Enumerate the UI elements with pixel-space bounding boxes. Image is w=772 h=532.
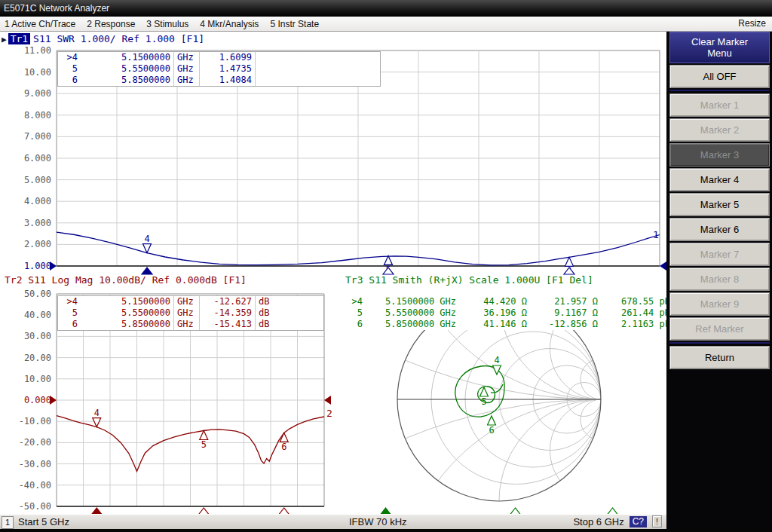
- marker-readout-row: >45.1500000GHz-12.627dB: [58, 296, 323, 307]
- warning-indicator[interactable]: !: [652, 515, 662, 527]
- trace1-header[interactable]: ▶Tr1S11 SWR 1.000/ Ref 1.000 [F1]: [2, 33, 204, 44]
- menu-item-5[interactable]: 5 Instr State: [270, 19, 319, 29]
- svg-text:-50.00: -50.00: [19, 501, 51, 512]
- trace1-marker-table: >45.1500000GHz1.609955.5500000GHz1.47356…: [57, 51, 381, 87]
- svg-text:40.00: 40.00: [24, 310, 51, 320]
- svg-text:11.00: 11.00: [24, 45, 51, 56]
- softkey-ref-marker: Ref Marker: [669, 317, 770, 341]
- softkey-separator: [669, 342, 770, 344]
- svg-text:6.000: 6.000: [24, 153, 51, 164]
- charts-canvas: 11.0010.009.0008.0007.0006.0005.0004.000…: [0, 32, 666, 514]
- softkey-marker-5[interactable]: Marker 5: [669, 193, 770, 216]
- calibration-badge: C?: [630, 516, 647, 527]
- channel-number: 1: [2, 516, 14, 529]
- svg-text:6: 6: [489, 425, 494, 436]
- softkey-marker-9: Marker 9: [669, 292, 770, 316]
- trace2-marker-table: >45.1500000GHz-12.627dB55.5500000GHz-14.…: [57, 295, 324, 331]
- svg-text:5: 5: [481, 396, 486, 407]
- softkey-marker-8: Marker 8: [669, 268, 770, 291]
- svg-text:10.00: 10.00: [24, 67, 51, 78]
- softkey-separator: [669, 90, 770, 91]
- svg-text:5.000: 5.000: [24, 175, 51, 185]
- softkey-all-off[interactable]: All OFF: [669, 65, 770, 88]
- svg-text:20.00: 20.00: [24, 353, 51, 363]
- menu-item-3[interactable]: 3 Stimulus: [146, 19, 188, 29]
- menu-bar: 1 Active Ch/Trace2 Response3 Stimulus4 M…: [0, 17, 772, 32]
- svg-text:5: 5: [201, 439, 207, 450]
- softkey-marker-4[interactable]: Marker 4: [669, 168, 770, 191]
- softkey-marker-6[interactable]: Marker 6: [669, 218, 770, 241]
- trace3-header[interactable]: Tr3 S11 Smith (R+jX) Scale 1.000U [F1 De…: [345, 274, 593, 286]
- softkey-marker-3[interactable]: Marker 3: [669, 143, 770, 167]
- ifbw-readout: IFBW 70 kHz: [349, 516, 407, 527]
- window-title: E5071C Network Analyzer: [0, 0, 772, 17]
- svg-text:1: 1: [653, 229, 659, 240]
- svg-text:4: 4: [94, 408, 100, 418]
- marker-readout-row: >45.1500000 GHz44.420 Ω21.957 Ω678.55 pH: [343, 296, 670, 307]
- active-trace-arrow-icon: ▶: [2, 35, 7, 44]
- svg-text:4: 4: [494, 355, 499, 365]
- menu-resize[interactable]: Resize: [738, 17, 766, 31]
- marker-readout-row: 65.8500000GHz1.4084: [58, 75, 380, 86]
- svg-text:6: 6: [281, 442, 286, 452]
- status-bar: 1 Start 5 GHz IFBW 70 kHz Stop 6 GHz C? …: [0, 514, 666, 529]
- svg-text:1.000: 1.000: [24, 261, 51, 271]
- svg-text:50.00: 50.00: [24, 289, 51, 299]
- start-frequency: Start 5 GHz: [18, 516, 69, 527]
- svg-text:30.00: 30.00: [24, 331, 51, 341]
- marker-readout-row: >45.1500000GHz1.6099: [58, 52, 380, 63]
- marker-readout-row: 65.8500000 GHz41.146 Ω-12.856 Ω2.1163 pF: [343, 319, 670, 330]
- marker-readout-row: 55.5500000GHz-14.359dB: [58, 307, 323, 319]
- softkey-sidebar: Clear Marker Menu All OFFMarker 1Marker …: [666, 32, 772, 529]
- menu-item-1[interactable]: 1 Active Ch/Trace: [5, 19, 75, 29]
- svg-text:-10.00: -10.00: [19, 416, 51, 427]
- softkey-menu-header: Clear Marker Menu: [669, 32, 770, 63]
- softkey-return[interactable]: Return: [669, 346, 770, 369]
- softkey-list: All OFFMarker 1Marker 2Marker 3Marker 4M…: [669, 65, 770, 371]
- trace1-badge: Tr1: [8, 33, 30, 44]
- instrument-screen: 11.0010.009.0008.0007.0006.0005.0004.000…: [0, 32, 666, 529]
- svg-text:3.000: 3.000: [24, 218, 51, 228]
- svg-text:7.000: 7.000: [24, 131, 51, 142]
- svg-text:8.000: 8.000: [24, 110, 51, 121]
- softkey-marker-1: Marker 1: [669, 93, 770, 117]
- analyzer-app: E5071C Network Analyzer 1 Active Ch/Trac…: [0, 0, 772, 532]
- svg-text:-30.00: -30.00: [19, 459, 51, 469]
- svg-text:0.000: 0.000: [24, 395, 51, 405]
- svg-text:2.000: 2.000: [24, 239, 51, 249]
- menu-item-4[interactable]: 4 Mkr/Analysis: [200, 19, 259, 29]
- marker-readout-row: 55.5500000GHz1.4735: [58, 63, 380, 75]
- marker-readout-row: 65.8500000GHz-15.413dB: [58, 319, 323, 330]
- menu-item-2[interactable]: 2 Response: [87, 19, 135, 29]
- svg-text:4: 4: [144, 234, 149, 244]
- trace1-title: S11 SWR 1.000/ Ref 1.000 [F1]: [33, 33, 204, 44]
- trace3-marker-table: >45.1500000 GHz44.420 Ω21.957 Ω678.55 pH…: [343, 296, 670, 330]
- svg-text:-40.00: -40.00: [19, 480, 51, 491]
- svg-text:-20.00: -20.00: [19, 437, 51, 448]
- trace2-header[interactable]: Tr2 S11 Log Mag 10.00dB/ Ref 0.000dB [F1…: [5, 274, 247, 286]
- softkey-marker-7: Marker 7: [669, 243, 770, 266]
- svg-text:4.000: 4.000: [24, 196, 51, 206]
- menu-items: 1 Active Ch/Trace2 Response3 Stimulus4 M…: [0, 19, 319, 29]
- stop-frequency: Stop 6 GHz: [573, 516, 623, 527]
- svg-text:2: 2: [326, 408, 332, 419]
- softkey-marker-2: Marker 2: [669, 118, 770, 142]
- svg-text:10.00: 10.00: [24, 374, 51, 384]
- svg-text:9.000: 9.000: [24, 88, 51, 99]
- bottom-edge: [0, 529, 772, 532]
- marker-readout-row: 55.5500000 GHz36.196 Ω9.1167 Ω261.44 pH: [343, 307, 670, 319]
